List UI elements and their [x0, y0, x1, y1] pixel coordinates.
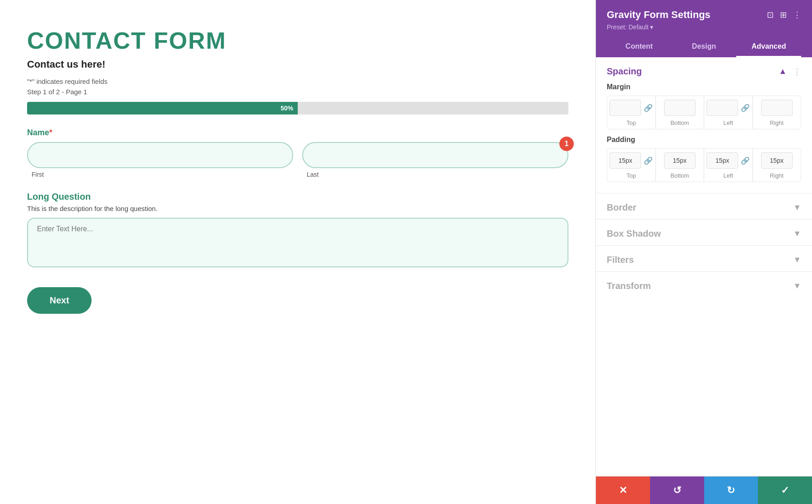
form-title: CONTACT FORM [27, 27, 568, 54]
margin-left-box: 🔗 [704, 96, 752, 119]
filters-chevron-icon[interactable]: ▼ [793, 255, 801, 265]
filters-section-header[interactable]: Filters ▼ [596, 246, 812, 271]
box-shadow-section-header[interactable]: Box Shadow ▼ [596, 220, 812, 245]
required-note: "*" indicates required fields [27, 78, 568, 85]
long-question-title: Long Question [27, 192, 568, 202]
padding-top-input[interactable] [609, 152, 641, 169]
padding-bottom-input[interactable] [664, 152, 696, 169]
margin-top-item: 🔗 Top [607, 96, 655, 129]
margin-bottom-item: Bottom [656, 96, 704, 129]
padding-top-link-icon[interactable]: 🔗 [644, 156, 653, 165]
spacing-content: Margin 🔗 Top Bottom [596, 83, 812, 193]
margin-right-input[interactable] [761, 100, 793, 116]
padding-top-box: 🔗 [607, 149, 655, 172]
transform-title: Transform [607, 281, 651, 291]
spacing-chevron-icon[interactable]: ▲ [779, 67, 787, 76]
responsive-icon[interactable]: ⊡ [767, 10, 774, 20]
spacing-title: Spacing [607, 66, 642, 77]
progress-label: 50% [281, 105, 293, 112]
padding-right-input[interactable] [761, 152, 793, 169]
padding-label: Padding [607, 136, 801, 144]
cancel-button[interactable]: ✕ [596, 477, 650, 504]
spacing-section-header[interactable]: Spacing ▲ ⋮ [596, 57, 812, 83]
last-name-input[interactable] [302, 142, 568, 168]
form-subtitle: Contact us here! [27, 59, 568, 70]
padding-left-input[interactable] [706, 152, 738, 169]
first-name-input[interactable] [27, 142, 293, 168]
settings-panel: Gravity Form Settings ⊡ ⊞ ⋮ Preset: Defa… [595, 0, 812, 504]
next-button[interactable]: Next [27, 287, 92, 314]
border-section-header[interactable]: Border ▼ [596, 193, 812, 219]
progress-bar-container: 50% [27, 102, 568, 115]
required-star: * [49, 128, 52, 137]
more-options-icon[interactable]: ⋮ [793, 10, 801, 20]
spacing-dots-icon[interactable]: ⋮ [793, 67, 801, 77]
margin-label: Margin [607, 83, 801, 91]
panel-header-icons: ⊡ ⊞ ⋮ [767, 10, 801, 20]
panel-title: Gravity Form Settings [607, 9, 710, 21]
panel-header-top: Gravity Form Settings ⊡ ⊞ ⋮ [607, 9, 801, 21]
padding-top-bottom: 🔗 Top Bottom [607, 149, 704, 182]
margin-top-input[interactable] [609, 100, 641, 116]
margin-left-label: Left [723, 119, 733, 129]
margin-left-right: 🔗 Left Right [704, 96, 801, 129]
bottom-bar: ✕ ↺ ↻ ✓ [596, 476, 812, 504]
form-area: CONTACT FORM Contact us here! "*" indica… [0, 0, 595, 504]
border-section-actions: ▼ [793, 203, 801, 212]
box-shadow-chevron-icon[interactable]: ▼ [793, 229, 801, 238]
tab-design[interactable]: Design [672, 37, 737, 57]
padding-bottom-item: Bottom [656, 149, 704, 182]
transform-section-actions: ▼ [793, 281, 801, 291]
margin-left-link-icon[interactable]: 🔗 [741, 104, 750, 112]
box-shadow-title: Box Shadow [607, 229, 661, 239]
padding-bottom-label: Bottom [670, 172, 689, 182]
padding-left-right: 🔗 Left Right [704, 149, 801, 182]
margin-right-item: Right [753, 96, 801, 129]
padding-top-item: 🔗 Top [607, 149, 655, 182]
box-shadow-section-actions: ▼ [793, 229, 801, 238]
transform-chevron-icon[interactable]: ▼ [793, 281, 801, 291]
name-field-label: Name* [27, 128, 568, 137]
first-name-label: First [27, 171, 293, 178]
margin-inputs-row: 🔗 Top Bottom [607, 96, 801, 129]
padding-inputs-row: 🔗 Top Bottom [607, 148, 801, 182]
margin-bottom-box [656, 96, 704, 119]
last-name-label: Last [302, 171, 568, 178]
tab-content[interactable]: Content [607, 37, 672, 57]
long-question-textarea[interactable] [27, 218, 568, 267]
margin-right-box [753, 96, 801, 119]
panel-preset[interactable]: Preset: Default ▾ [607, 23, 801, 31]
padding-left-box: 🔗 [704, 149, 752, 172]
filters-title: Filters [607, 255, 634, 265]
step-info: Step 1 of 2 - Page 1 [27, 88, 568, 96]
filters-section-actions: ▼ [793, 255, 801, 265]
redo-button[interactable]: ↻ [704, 477, 758, 504]
transform-section-header[interactable]: Transform ▼ [596, 272, 812, 298]
margin-bottom-input[interactable] [664, 100, 696, 116]
margin-top-bottom: 🔗 Top Bottom [607, 96, 704, 129]
padding-top-label: Top [627, 172, 636, 182]
padding-left-item: 🔗 Left [704, 149, 752, 182]
margin-left-item: 🔗 Left [704, 96, 752, 129]
padding-left-label: Left [723, 172, 733, 182]
border-chevron-icon[interactable]: ▼ [793, 203, 801, 212]
last-name-wrap: Last 1 [302, 142, 568, 178]
padding-right-label: Right [770, 172, 784, 182]
border-title: Border [607, 202, 637, 213]
save-button[interactable]: ✓ [758, 477, 812, 504]
tab-advanced[interactable]: Advanced [736, 37, 801, 57]
padding-bottom-box [656, 149, 704, 172]
padding-right-box [753, 149, 801, 172]
settings-body: Spacing ▲ ⋮ Margin 🔗 Top [596, 57, 812, 476]
spacing-section-actions: ▲ ⋮ [779, 67, 801, 77]
margin-right-label: Right [770, 119, 784, 129]
padding-left-link-icon[interactable]: 🔗 [741, 156, 750, 165]
margin-top-link-icon[interactable]: 🔗 [644, 104, 653, 112]
name-fields-wrapper: First Last 1 [27, 142, 568, 178]
badge-number: 1 [559, 137, 574, 151]
undo-button[interactable]: ↺ [650, 477, 704, 504]
margin-left-input[interactable] [706, 100, 738, 116]
progress-bar-fill: 50% [27, 102, 298, 115]
panel-header: Gravity Form Settings ⊡ ⊞ ⋮ Preset: Defa… [596, 0, 812, 57]
grid-icon[interactable]: ⊞ [780, 10, 787, 20]
